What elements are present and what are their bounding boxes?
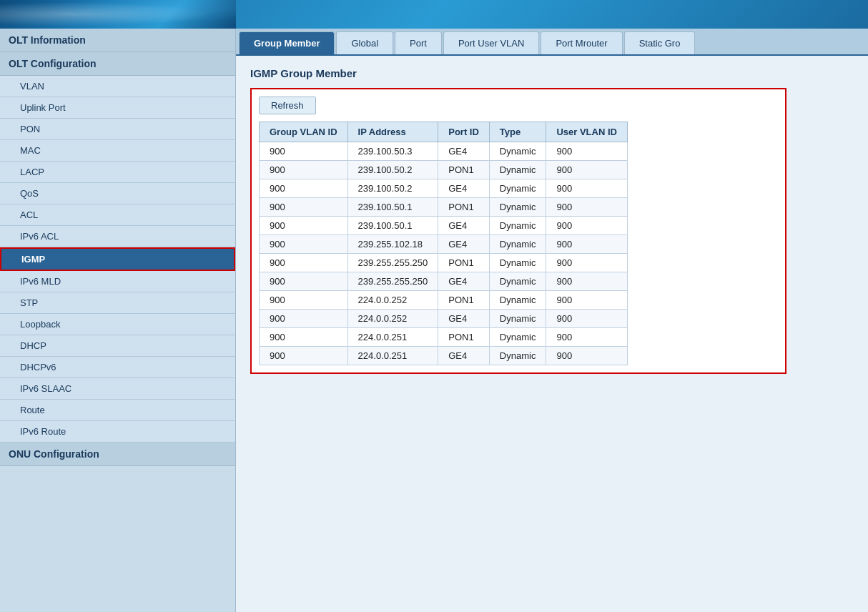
cell-user-vlan-id: 900 — [546, 217, 628, 235]
cell-port-id: PON1 — [438, 328, 490, 347]
cell-port-id: GE4 — [438, 235, 490, 254]
table-row: 900 239.100.50.2 GE4 Dynamic 900 — [260, 179, 628, 198]
cell-group-vlan-id: 900 — [260, 179, 348, 198]
cell-port-id: GE4 — [438, 179, 490, 198]
cell-ip-address: 239.255.255.250 — [347, 272, 438, 291]
cell-group-vlan-id: 900 — [260, 254, 348, 272]
cell-port-id: PON1 — [438, 161, 490, 179]
tab-static-gro[interactable]: Static Gro — [624, 31, 696, 54]
cell-user-vlan-id: 900 — [546, 272, 628, 291]
table-container: Refresh Group VLAN ID IP Address Port ID… — [250, 88, 786, 374]
refresh-button[interactable]: Refresh — [259, 97, 316, 114]
cell-type: Dynamic — [489, 254, 546, 272]
main-layout: OLT Information OLT Configuration VLAN U… — [0, 29, 868, 612]
tab-port-mrouter[interactable]: Port Mrouter — [541, 31, 622, 54]
tab-group-member[interactable]: Group Member — [239, 31, 335, 54]
cell-ip-address: 224.0.0.251 — [347, 347, 438, 365]
cell-ip-address: 224.0.0.252 — [347, 291, 438, 310]
cell-ip-address: 239.100.50.2 — [347, 161, 438, 179]
col-header-ip-address: IP Address — [347, 122, 438, 142]
sidebar-item-lacp[interactable]: LACP — [0, 162, 235, 183]
content-area: Group Member Global Port Port User VLAN … — [236, 29, 868, 612]
cell-group-vlan-id: 900 — [260, 235, 348, 254]
sidebar-item-pon[interactable]: PON — [0, 119, 235, 140]
sidebar-item-qos[interactable]: QoS — [0, 183, 235, 204]
table-row: 900 239.100.50.1 PON1 Dynamic 900 — [260, 198, 628, 217]
sidebar: OLT Information OLT Configuration VLAN U… — [0, 29, 236, 612]
sidebar-section-olt-info: OLT Information — [0, 29, 235, 52]
cell-user-vlan-id: 900 — [546, 198, 628, 217]
cell-type: Dynamic — [489, 198, 546, 217]
cell-type: Dynamic — [489, 291, 546, 310]
cell-port-id: GE4 — [438, 347, 490, 365]
cell-type: Dynamic — [489, 328, 546, 347]
table-row: 900 239.255.255.250 PON1 Dynamic 900 — [260, 254, 628, 272]
cell-port-id: GE4 — [438, 217, 490, 235]
cell-user-vlan-id: 900 — [546, 347, 628, 365]
banner-logo — [0, 0, 236, 29]
sidebar-item-ipv6-acl[interactable]: IPv6 ACL — [0, 226, 235, 247]
cell-user-vlan-id: 900 — [546, 254, 628, 272]
cell-user-vlan-id: 900 — [546, 328, 628, 347]
cell-ip-address: 224.0.0.251 — [347, 328, 438, 347]
sidebar-item-vlan[interactable]: VLAN — [0, 76, 235, 97]
tab-port-user-vlan[interactable]: Port User VLAN — [443, 31, 539, 54]
sidebar-section-onu-config: ONU Configuration — [0, 443, 235, 466]
table-row: 900 239.100.50.1 GE4 Dynamic 900 — [260, 217, 628, 235]
tab-port[interactable]: Port — [395, 31, 442, 54]
sidebar-item-dhcp[interactable]: DHCP — [0, 335, 235, 357]
sidebar-item-loopback[interactable]: Loopback — [0, 314, 235, 335]
cell-type: Dynamic — [489, 142, 546, 161]
cell-group-vlan-id: 900 — [260, 198, 348, 217]
cell-group-vlan-id: 900 — [260, 272, 348, 291]
cell-group-vlan-id: 900 — [260, 347, 348, 365]
sidebar-item-acl[interactable]: ACL — [0, 204, 235, 226]
table-row: 900 239.255.102.18 GE4 Dynamic 900 — [260, 235, 628, 254]
cell-group-vlan-id: 900 — [260, 217, 348, 235]
sidebar-item-dhcpv6[interactable]: DHCPv6 — [0, 357, 235, 378]
sidebar-item-mac[interactable]: MAC — [0, 140, 235, 162]
cell-port-id: PON1 — [438, 291, 490, 310]
tab-global[interactable]: Global — [336, 31, 393, 54]
cell-user-vlan-id: 900 — [546, 161, 628, 179]
col-header-port-id: Port ID — [438, 122, 490, 142]
cell-type: Dynamic — [489, 161, 546, 179]
cell-user-vlan-id: 900 — [546, 235, 628, 254]
sidebar-item-ipv6-mld[interactable]: IPv6 MLD — [0, 271, 235, 292]
table-row: 900 224.0.0.252 PON1 Dynamic 900 — [260, 291, 628, 310]
group-member-table: Group VLAN ID IP Address Port ID Type Us… — [259, 122, 628, 365]
cell-ip-address: 239.255.255.250 — [347, 254, 438, 272]
cell-port-id: GE4 — [438, 310, 490, 328]
cell-port-id: GE4 — [438, 142, 490, 161]
cell-port-id: PON1 — [438, 198, 490, 217]
page-content: IGMP Group Member Refresh Group VLAN ID … — [236, 56, 868, 612]
cell-group-vlan-id: 900 — [260, 142, 348, 161]
cell-user-vlan-id: 900 — [546, 291, 628, 310]
top-banner — [0, 0, 868, 29]
cell-group-vlan-id: 900 — [260, 291, 348, 310]
cell-ip-address: 239.100.50.3 — [347, 142, 438, 161]
sidebar-item-igmp[interactable]: IGMP — [0, 247, 235, 271]
sidebar-item-uplink-port[interactable]: Uplink Port — [0, 97, 235, 119]
cell-type: Dynamic — [489, 179, 546, 198]
sidebar-item-ipv6-slaac[interactable]: IPv6 SLAAC — [0, 378, 235, 400]
sidebar-item-stp[interactable]: STP — [0, 292, 235, 314]
cell-ip-address: 239.100.50.1 — [347, 217, 438, 235]
table-row: 900 239.100.50.2 PON1 Dynamic 900 — [260, 161, 628, 179]
table-row: 900 224.0.0.252 GE4 Dynamic 900 — [260, 310, 628, 328]
cell-group-vlan-id: 900 — [260, 310, 348, 328]
table-row: 900 224.0.0.251 GE4 Dynamic 900 — [260, 347, 628, 365]
sidebar-item-ipv6-route[interactable]: IPv6 Route — [0, 421, 235, 443]
col-header-type: Type — [489, 122, 546, 142]
table-row: 900 239.100.50.3 GE4 Dynamic 900 — [260, 142, 628, 161]
cell-port-id: GE4 — [438, 272, 490, 291]
cell-user-vlan-id: 900 — [546, 179, 628, 198]
cell-group-vlan-id: 900 — [260, 161, 348, 179]
cell-port-id: PON1 — [438, 254, 490, 272]
cell-type: Dynamic — [489, 310, 546, 328]
cell-user-vlan-id: 900 — [546, 310, 628, 328]
cell-type: Dynamic — [489, 235, 546, 254]
col-header-group-vlan-id: Group VLAN ID — [260, 122, 348, 142]
cell-type: Dynamic — [489, 217, 546, 235]
sidebar-item-route[interactable]: Route — [0, 400, 235, 421]
